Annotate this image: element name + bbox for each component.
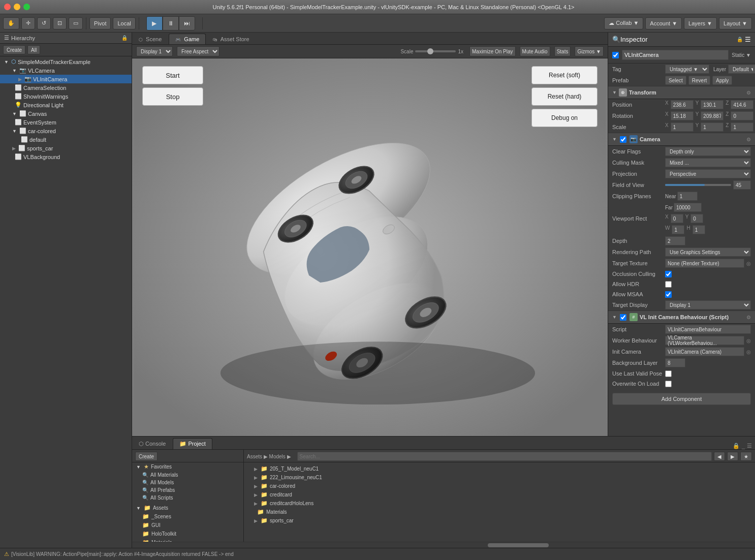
bottom-lock-icon[interactable]: 🔒 <box>733 443 740 449</box>
stop-button[interactable]: Stop <box>142 87 203 106</box>
model-sports-car[interactable]: ▶ 📁 sports_car <box>248 516 751 525</box>
all-prefabs-item[interactable]: 🔍 All Prefabs <box>132 486 243 494</box>
worker-behaviour-field[interactable]: VLCamera (VLWorkerBehaviou... <box>665 336 744 345</box>
hierarchy-item-9[interactable]: ⬜ default <box>0 135 132 144</box>
tab-scene[interactable]: ⬡ Scene <box>132 34 168 44</box>
all-models-item[interactable]: 🔍 All Models <box>132 479 243 486</box>
near-input[interactable] <box>677 192 698 201</box>
tag-dropdown[interactable]: Untagged ▼ <box>665 65 709 74</box>
step-button[interactable]: ⏭ <box>179 16 195 30</box>
account-button[interactable]: Account ▼ <box>645 17 682 29</box>
scenes-folder[interactable]: 📁 _Scenes <box>132 512 243 521</box>
script-field[interactable]: VLInitCameraBehaviour <box>665 325 751 334</box>
hierarchy-item-4[interactable]: ⬜ ShowInitWarnings <box>0 92 132 101</box>
close-button[interactable] <box>4 4 11 10</box>
target-texture-field[interactable]: None (Render Texture) <box>665 259 744 268</box>
hierarchy-item-10[interactable]: ▶ ⬜ sports_car <box>0 144 132 152</box>
target-texture-picker[interactable]: ◎ <box>746 261 751 266</box>
bottom-collapse-icon[interactable]: _ <box>742 443 745 449</box>
hierarchy-item-8[interactable]: ▼ ⬜ car-colored <box>0 127 132 135</box>
tab-project[interactable]: 📁 Project <box>173 438 212 449</box>
pivot-button[interactable]: Pivot <box>89 17 111 29</box>
pin-icon[interactable]: 🔒 <box>121 35 128 41</box>
bottom-scrollbar[interactable] <box>132 542 755 548</box>
display-select[interactable]: Display 1 <box>136 46 173 56</box>
scale-tool-button[interactable]: ⊡ <box>53 17 67 29</box>
vp-x-input[interactable] <box>671 214 683 223</box>
move-tool-button[interactable]: ✛ <box>21 17 35 29</box>
rendering-path-dropdown[interactable]: Use Graphics Settings <box>665 247 751 257</box>
rot-x-input[interactable] <box>671 111 694 120</box>
stats-button[interactable]: Stats <box>554 46 571 56</box>
rot-y-input[interactable] <box>701 111 723 120</box>
culling-mask-dropdown[interactable]: Mixed ... <box>665 158 751 167</box>
projection-dropdown[interactable]: Perspective <box>665 169 751 178</box>
fov-input[interactable] <box>733 180 751 190</box>
script-active-checkbox[interactable] <box>620 314 626 321</box>
scale-y-input[interactable] <box>701 122 723 132</box>
hierarchy-item-7[interactable]: ⬜ EventSystem <box>0 118 132 127</box>
script-settings-icon[interactable]: ⚙ <box>746 315 751 320</box>
pos-y-input[interactable] <box>701 100 723 109</box>
scale-x-input[interactable] <box>671 122 694 132</box>
maximize-button[interactable] <box>23 4 30 10</box>
tab-console[interactable]: ⬡ Console <box>132 438 172 449</box>
transform-section-header[interactable]: ▼ ⊕ Transform ⚙ <box>608 86 755 99</box>
pos-z-input[interactable] <box>731 100 753 109</box>
inspector-menu-icon[interactable]: ☰ <box>745 36 751 43</box>
hierarchy-item-1[interactable]: ▼ 📷 VLCamera <box>0 66 132 75</box>
prefab-revert-button[interactable]: Revert <box>688 76 710 85</box>
all-scripts-item[interactable]: 🔍 All Scripts <box>132 494 243 502</box>
reset-hard-button[interactable]: Reset (hard) <box>531 87 597 106</box>
model-205[interactable]: ▶ 📁 205_T_Model_neuC1 <box>248 464 751 473</box>
worker-behaviour-picker[interactable]: ◎ <box>746 338 751 344</box>
script-section-header[interactable]: ▼ # VL Init Camera Behaviour (Script) ⚙ <box>608 310 755 324</box>
reset-soft-button[interactable]: Reset (soft) <box>531 66 597 84</box>
rotate-tool-button[interactable]: ↺ <box>37 17 51 29</box>
project-star-button[interactable]: ★ <box>740 452 752 461</box>
target-display-dropdown[interactable]: Display 1 <box>665 300 751 309</box>
hierarchy-item-0[interactable]: ▼ ⬡ SimpleModelTrackerExample <box>0 57 132 66</box>
collab-button[interactable]: ☁ Collab ▼ <box>604 17 643 29</box>
rot-z-input[interactable] <box>731 111 753 120</box>
all-materials-item[interactable]: 🔍 All Materials <box>132 471 243 479</box>
depth-input[interactable] <box>665 236 685 245</box>
bottom-menu-icon[interactable]: ☰ <box>747 443 752 449</box>
rect-tool-button[interactable]: ▭ <box>69 17 83 29</box>
hierarchy-all-button[interactable]: All <box>27 45 40 54</box>
project-back-button[interactable]: ◀ <box>714 452 725 461</box>
scale-slider[interactable] <box>415 50 456 52</box>
model-creditcard[interactable]: ▶ 📁 creditcard <box>248 490 751 499</box>
assets-header[interactable]: ▼ 📁 Assets <box>132 504 243 512</box>
occlusion-culling-checkbox[interactable] <box>665 271 672 277</box>
gizmos-button[interactable]: Gizmos ▼ <box>575 46 604 56</box>
layer-dropdown[interactable]: Default ▼ <box>728 65 755 74</box>
transform-settings-icon[interactable]: ⚙ <box>746 90 751 96</box>
tab-asset-store[interactable]: 🛍 Asset Store <box>206 34 256 44</box>
window-controls[interactable] <box>4 4 30 10</box>
hierarchy-item-6[interactable]: ▼ ⬜ Canvas <box>0 109 132 118</box>
pos-x-input[interactable] <box>671 100 694 109</box>
aspect-select[interactable]: Free Aspect <box>177 46 219 56</box>
static-label[interactable]: Static ▼ <box>732 52 751 58</box>
object-name-input[interactable] <box>622 50 729 60</box>
hierarchy-item-3[interactable]: ⬜ CameraSelection <box>0 83 132 92</box>
hierarchy-item-11[interactable]: ⬜ VLBackground <box>0 152 132 161</box>
vp-h-input[interactable] <box>693 225 705 234</box>
project-create-button[interactable]: Create <box>135 452 158 461</box>
gui-folder[interactable]: 📁 GUI <box>132 521 243 530</box>
minimize-button[interactable] <box>14 4 20 10</box>
hierarchy-item-5[interactable]: 💡 Directional Light <box>0 101 132 109</box>
project-fwd-button[interactable]: ▶ <box>727 452 738 461</box>
debug-on-button[interactable]: Debug on <box>531 109 597 127</box>
hierarchy-create-button[interactable]: Create <box>3 45 25 54</box>
model-car-colored[interactable]: ▶ 📁 car-colored <box>248 482 751 490</box>
overwrite-on-load-checkbox[interactable] <box>665 381 672 387</box>
init-camera-picker[interactable]: ◎ <box>746 349 751 355</box>
fov-slider[interactable] <box>665 184 731 186</box>
holo-folder[interactable]: 📁 HoloToolkit <box>132 530 243 538</box>
start-button[interactable]: Start <box>142 66 203 84</box>
prefab-apply-button[interactable]: Apply <box>712 76 732 85</box>
model-creditcard-holo[interactable]: ▶ 📁 creditcardHoloLens <box>248 499 751 508</box>
pause-button[interactable]: ⏸ <box>163 16 179 30</box>
